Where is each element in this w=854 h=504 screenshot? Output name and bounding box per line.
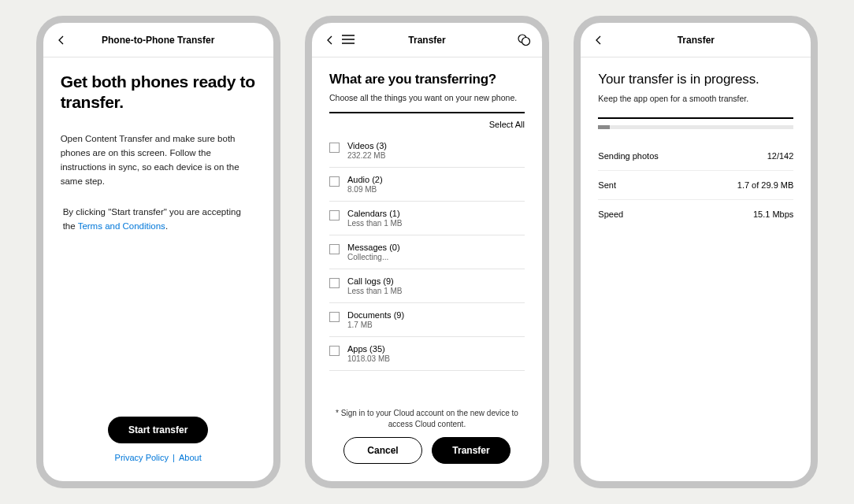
list-item[interactable]: Calendars (1) Less than 1 MB (329, 202, 525, 235)
divider (598, 117, 793, 119)
checkbox[interactable] (329, 143, 340, 153)
progress-fill (598, 125, 610, 129)
content-area: Your transfer is in progress. Keep the a… (581, 57, 811, 481)
divider (329, 112, 525, 113)
screen-heading: Your transfer is in progress. (598, 72, 793, 87)
item-detail: 8.09 MB (347, 185, 383, 194)
stat-value: 1.7 of 29.9 MB (737, 180, 794, 190)
terms-suffix: . (165, 221, 168, 231)
cancel-button[interactable]: Cancel (343, 437, 422, 464)
header: Transfer (581, 23, 811, 57)
checkbox[interactable] (329, 278, 340, 288)
stat-row: Speed 15.1 Mbps (598, 200, 793, 228)
item-label: Documents (9) (347, 310, 404, 320)
about-link[interactable]: About (179, 453, 202, 462)
list-item[interactable]: Audio (2) 8.09 MB (329, 168, 525, 202)
list-item[interactable]: Messages (0) Collecting... (329, 235, 525, 269)
item-label: Call logs (9) (347, 276, 402, 286)
cloud-note: * Sign in to your Cloud account on the n… (329, 408, 525, 429)
item-detail: 232.22 MB (347, 151, 387, 160)
instruction-text: Open Content Transfer and make sure both… (61, 132, 256, 188)
item-detail: 1.7 MB (347, 321, 404, 329)
checkbox[interactable] (329, 346, 340, 356)
screen-heading: What are you transferring? (329, 72, 525, 87)
screen-subtext: Choose all the things you want on your n… (329, 93, 525, 102)
stat-row: Sent 1.7 of 29.9 MB (598, 171, 793, 200)
checkbox[interactable] (329, 312, 340, 322)
checkbox[interactable] (329, 176, 340, 187)
privacy-link[interactable]: Privacy Policy (115, 453, 169, 462)
item-label: Messages (0) (347, 243, 400, 252)
page-title: Transfer (312, 35, 542, 46)
stat-label: Speed (598, 209, 623, 219)
item-label: Audio (2) (347, 175, 383, 184)
item-detail: Less than 1 MB (347, 287, 402, 295)
screen-heading: Get both phones ready to transfer. (61, 72, 256, 112)
stat-row: Sending photos 12/142 (598, 142, 793, 171)
header: Phone-to-Phone Transfer (43, 23, 273, 57)
select-all-row: Select All (329, 118, 525, 134)
content-area: Get both phones ready to transfer. Open … (43, 57, 273, 481)
checkbox[interactable] (329, 210, 340, 220)
page-title: Transfer (581, 35, 811, 46)
stat-label: Sent (598, 180, 616, 190)
transfer-button[interactable]: Transfer (432, 437, 511, 464)
select-all-link[interactable]: Select All (489, 120, 525, 129)
item-detail: 1018.03 MB (347, 354, 390, 363)
stat-value: 12/142 (767, 151, 794, 161)
item-detail: Collecting... (347, 253, 400, 261)
page-title: Phone-to-Phone Transfer (43, 35, 273, 46)
button-row: Cancel Transfer (329, 437, 525, 464)
item-detail: Less than 1 MB (347, 219, 402, 228)
list-item[interactable]: Videos (3) 232.22 MB (329, 134, 525, 168)
footer-links: Privacy Policy | About (61, 453, 256, 462)
progress-bar (598, 125, 793, 129)
terms-link[interactable]: Terms and Conditions (78, 221, 165, 231)
list-item[interactable]: Call logs (9) Less than 1 MB (329, 269, 525, 303)
item-label: Calendars (1) (347, 209, 402, 218)
list-item[interactable]: Documents (9) 1.7 MB (329, 303, 525, 337)
phone-screen-2: Transfer What are you transferring? Choo… (305, 16, 549, 488)
terms-text: By clicking "Start transfer" you are acc… (63, 206, 256, 234)
stat-value: 15.1 Mbps (753, 209, 793, 219)
item-label: Videos (3) (347, 141, 387, 150)
phone-screen-1: Phone-to-Phone Transfer Get both phones … (36, 16, 280, 488)
stat-label: Sending photos (598, 151, 658, 161)
footer: Start transfer Privacy Policy | About (61, 417, 256, 467)
list-item[interactable]: Apps (35) 1018.03 MB (329, 337, 525, 371)
screen-subtext: Keep the app open for a smooth transfer. (598, 94, 793, 103)
start-transfer-button[interactable]: Start transfer (108, 417, 208, 443)
content-area: What are you transferring? Choose all th… (312, 57, 542, 481)
checkbox[interactable] (329, 244, 340, 254)
item-label: Apps (35) (347, 344, 390, 354)
separator: | (170, 453, 177, 462)
phone-screen-3: Transfer Your transfer is in progress. K… (574, 16, 818, 488)
header: Transfer (312, 23, 542, 57)
